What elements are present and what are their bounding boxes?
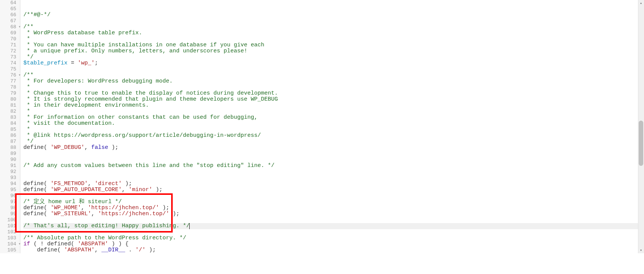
line-number: 87 bbox=[0, 139, 20, 145]
line-number: 91 bbox=[0, 163, 20, 169]
code-line[interactable]: * visit the documentation. bbox=[23, 121, 644, 127]
line-number: 64 bbox=[0, 0, 20, 6]
code-line[interactable]: if ( ! defined( 'ABSPATH' ) ) { bbox=[23, 241, 644, 247]
code-line[interactable]: * in their development environments. bbox=[23, 103, 644, 109]
line-number: 70 bbox=[0, 36, 20, 42]
line-number: 98 bbox=[0, 205, 20, 211]
text-cursor bbox=[189, 223, 190, 229]
line-number: 99 bbox=[0, 211, 20, 217]
code-content-area[interactable]: /**#@-*/ /** * WordPress database table … bbox=[20, 0, 644, 253]
code-line[interactable]: * @link https://wordpress.org/support/ar… bbox=[23, 133, 644, 139]
code-line[interactable]: * Change this to true to enable the disp… bbox=[23, 90, 644, 96]
line-number-gutter: 6465666768697071727374757677787980818283… bbox=[0, 0, 20, 253]
line-number: 92 bbox=[0, 169, 20, 175]
line-number: 67 bbox=[0, 18, 20, 24]
line-number: 82 bbox=[0, 109, 20, 115]
code-line[interactable]: */ bbox=[23, 54, 644, 60]
code-line[interactable]: define( 'FS_METHOD', 'direct' ); bbox=[23, 181, 644, 187]
code-line[interactable]: * bbox=[23, 36, 644, 42]
code-line[interactable]: /* Add any custom values between this li… bbox=[23, 163, 644, 169]
line-number: 86 bbox=[0, 133, 20, 139]
code-line[interactable]: /** bbox=[23, 24, 644, 30]
vertical-scrollbar[interactable]: ▴ ▾ bbox=[638, 0, 644, 253]
code-line[interactable]: define( 'ABSPATH', __DIR__ . '/' ); bbox=[23, 247, 644, 253]
code-line[interactable]: * bbox=[23, 127, 644, 133]
code-line[interactable]: * For developers: WordPress debugging mo… bbox=[23, 78, 644, 84]
code-line[interactable]: /** Absolute path to the WordPress direc… bbox=[23, 235, 644, 241]
line-number: 74 bbox=[0, 60, 20, 66]
line-number: 73 bbox=[0, 54, 20, 60]
line-number: 97 bbox=[0, 199, 20, 205]
line-number: 102 bbox=[0, 229, 20, 235]
line-number: 101 bbox=[0, 223, 20, 229]
code-line[interactable] bbox=[23, 217, 644, 223]
code-line[interactable]: * WordPress database table prefix. bbox=[23, 30, 644, 36]
scroll-down-arrow-icon[interactable]: ▾ bbox=[638, 247, 644, 253]
line-number: 89 bbox=[0, 151, 20, 157]
scrollbar-thumb[interactable] bbox=[639, 121, 643, 166]
line-number: 93 bbox=[0, 175, 20, 181]
code-line[interactable]: define( 'WP_DEBUG', false ); bbox=[23, 145, 644, 151]
line-number: 104 bbox=[0, 241, 20, 247]
line-number: 66 bbox=[0, 12, 20, 18]
line-number: 72 bbox=[0, 48, 20, 54]
line-number: 103 bbox=[0, 235, 20, 241]
line-number: 84 bbox=[0, 121, 20, 127]
code-line[interactable] bbox=[23, 18, 644, 24]
code-line[interactable]: * For information on other constants tha… bbox=[23, 115, 644, 121]
line-number: 68 bbox=[0, 24, 20, 30]
line-number: 71 bbox=[0, 42, 20, 48]
line-number: 85 bbox=[0, 127, 20, 133]
code-line-active[interactable]: /* That's all, stop editing! Happy publi… bbox=[23, 223, 644, 229]
code-line[interactable] bbox=[23, 169, 644, 175]
line-number: 90 bbox=[0, 157, 20, 163]
code-line[interactable]: $table_prefix = 'wp_'; bbox=[23, 60, 644, 66]
code-line[interactable] bbox=[23, 151, 644, 157]
code-line[interactable]: define( 'WP_HOME', 'https://jhchen.top/'… bbox=[23, 205, 644, 211]
line-number: 105 bbox=[0, 247, 20, 253]
code-line[interactable] bbox=[23, 175, 644, 181]
code-line[interactable] bbox=[23, 0, 644, 6]
code-line[interactable]: */ bbox=[23, 139, 644, 145]
code-line[interactable]: /* 定义 home url 和 siteurl */ bbox=[23, 199, 644, 205]
code-line[interactable]: * a unique prefix. Only numbers, letters… bbox=[23, 48, 644, 54]
line-number: 69 bbox=[0, 30, 20, 36]
code-line[interactable] bbox=[23, 157, 644, 163]
line-number: 80 bbox=[0, 96, 20, 103]
code-line[interactable]: * bbox=[23, 109, 644, 115]
code-line[interactable]: /**#@-*/ bbox=[23, 12, 644, 18]
line-number: 65 bbox=[0, 6, 20, 12]
line-number: 76 bbox=[0, 72, 20, 78]
code-line[interactable] bbox=[23, 66, 644, 72]
code-line[interactable]: * bbox=[23, 84, 644, 90]
line-number: 83 bbox=[0, 115, 20, 121]
code-line[interactable]: define( 'WP_AUTO_UPDATE_CORE', 'minor' )… bbox=[23, 187, 644, 193]
line-number: 100 bbox=[0, 217, 20, 223]
code-line[interactable] bbox=[23, 193, 644, 199]
line-number: 81 bbox=[0, 103, 20, 109]
code-line[interactable]: define( 'WP_SITEURL', 'https://jhchen.to… bbox=[23, 211, 644, 217]
code-line[interactable]: /** bbox=[23, 72, 644, 78]
code-line[interactable] bbox=[23, 6, 644, 12]
line-number: 88 bbox=[0, 145, 20, 151]
line-number: 94 bbox=[0, 181, 20, 187]
scroll-up-arrow-icon[interactable]: ▴ bbox=[638, 0, 644, 6]
code-editor[interactable]: 6465666768697071727374757677787980818283… bbox=[0, 0, 644, 253]
line-number: 96 bbox=[0, 193, 20, 199]
code-line[interactable]: * It is strongly recommended that plugin… bbox=[23, 96, 644, 103]
code-line[interactable]: * You can have multiple installations in… bbox=[23, 42, 644, 48]
code-line[interactable] bbox=[23, 229, 644, 235]
line-number: 79 bbox=[0, 90, 20, 96]
line-number: 78 bbox=[0, 84, 20, 90]
line-number: 77 bbox=[0, 78, 20, 84]
line-number: 95 bbox=[0, 187, 20, 193]
line-number: 75 bbox=[0, 66, 20, 72]
